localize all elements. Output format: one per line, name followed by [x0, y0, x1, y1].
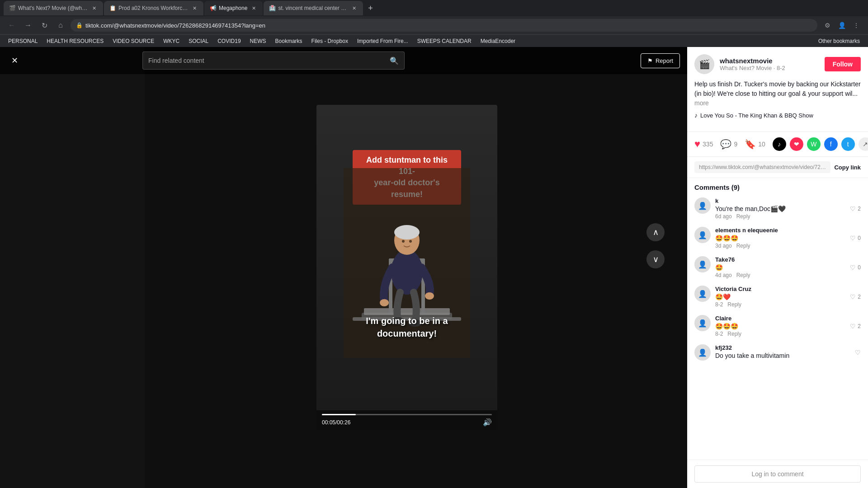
bookmark-other[interactable]: Other bookmarks: [816, 37, 863, 45]
comment-user-k[interactable]: k: [715, 197, 845, 204]
bookmark-wkyc[interactable]: WKYC: [160, 37, 182, 45]
comment-reply-4[interactable]: Reply: [727, 301, 741, 308]
tab-kronos[interactable]: 📋 Prod a02 Kronos Workforce Cer... ✕: [104, 1, 203, 15]
follow-button[interactable]: Follow: [825, 57, 861, 71]
volume-button[interactable]: 🔊: [483, 418, 492, 427]
comment-meta-k: 6d ago Reply: [715, 213, 845, 220]
comment-avatar-4: 👤: [694, 286, 711, 302]
description-more[interactable]: more: [694, 99, 709, 107]
comments-section: Comments (9) 👤 k You're the man,Doc🎬🖤 6d…: [687, 178, 868, 460]
comment-meta-2: 3d ago Reply: [715, 243, 845, 249]
video-link: https://www.tiktok.com/@whatsnextmovie/v…: [694, 161, 830, 173]
comment-body-3: Take76 🤩 4d ago Reply: [715, 256, 845, 278]
comment-time-5: 8-2: [715, 331, 723, 337]
comment-avatar-k: 👤: [694, 197, 711, 214]
like-heart-k: ♡: [850, 205, 856, 212]
comment-time-k: 6d ago: [715, 213, 732, 220]
bookmark-mediaencoder[interactable]: MediaEncoder: [478, 37, 518, 45]
bookmark-dropbox[interactable]: Files - Dropbox: [309, 37, 351, 45]
comment-reply-k[interactable]: Reply: [736, 213, 750, 220]
comment-like-5[interactable]: ♡ 2: [850, 315, 861, 337]
tab-close-2[interactable]: ✕: [191, 5, 198, 12]
bookmark-covid[interactable]: COVID19: [215, 37, 243, 45]
bookmark-personal[interactable]: PERSONAL: [5, 37, 40, 45]
tab-megaphone[interactable]: 📢 Megaphone ✕: [204, 1, 263, 15]
tab-close-3[interactable]: ✕: [250, 5, 257, 12]
comment-time-2: 3d ago: [715, 243, 732, 249]
music-title[interactable]: Love You So - The King Khan & BBQ Show: [700, 112, 813, 119]
home-button[interactable]: ⌂: [54, 19, 67, 32]
forward-button[interactable]: →: [22, 19, 34, 32]
address-bar[interactable]: 🔒 tiktok.com/@whatsnextmovie/video/72628…: [71, 19, 817, 32]
comment-user-4[interactable]: Victoria Cruz: [715, 286, 845, 292]
like-count-4: 2: [858, 294, 861, 300]
progress-bar[interactable]: [322, 414, 492, 415]
refresh-button[interactable]: ↻: [38, 19, 51, 32]
close-button[interactable]: ✕: [7, 53, 22, 68]
bookmark-imported[interactable]: Imported From Fire...: [354, 37, 411, 45]
comment-user-2[interactable]: elements n elequeenie: [715, 227, 845, 234]
svg-point-12: [380, 299, 389, 306]
extensions-button[interactable]: ⚙: [821, 19, 834, 32]
comment-user-6[interactable]: kfj232: [715, 344, 850, 351]
share-facebook[interactable]: f: [824, 137, 838, 151]
tab-whats-next[interactable]: 🎬 What's Next? Movie (@wha... ✕: [4, 1, 103, 15]
comment-user-3[interactable]: Take76: [715, 256, 845, 263]
new-tab-button[interactable]: +: [364, 2, 377, 14]
comment-item: 👤 k You're the man,Doc🎬🖤 6d ago Reply ♡ …: [694, 197, 861, 220]
share-twitter[interactable]: t: [841, 137, 855, 151]
link-row: https://www.tiktok.com/@whatsnextmovie/v…: [687, 157, 868, 178]
comment-reply-5[interactable]: Reply: [727, 331, 741, 337]
overlay-bar: ✕ Find related content 🔍 ⚑ Report: [0, 47, 687, 74]
comment-like-2[interactable]: ♡ 0: [850, 227, 861, 249]
tab-label-1: What's Next? Movie (@wha...: [18, 5, 88, 11]
comment-like-4[interactable]: ♡ 2: [850, 286, 861, 308]
bookmark-news[interactable]: NEWS: [247, 37, 269, 45]
bookmark-video-source[interactable]: VIDEO SOURCE: [110, 37, 157, 45]
video-player[interactable]: Add stuntman to this 101- year-old docto…: [316, 105, 497, 430]
bookmarks-count: 10: [758, 141, 765, 148]
search-icon[interactable]: 🔍: [390, 56, 399, 65]
comment-user-5[interactable]: Claire: [715, 315, 845, 322]
svg-point-9: [394, 225, 420, 239]
bookmark-health[interactable]: HEALTH RESOURCES: [44, 37, 106, 45]
share-more[interactable]: ↗: [859, 137, 868, 151]
comment-like-k[interactable]: ♡ 2: [850, 197, 861, 220]
report-button[interactable]: ⚑ Report: [641, 53, 680, 68]
user-info: 🎬 whatsnextmovie What's Next? Movie · 8-…: [694, 54, 861, 74]
comment-action[interactable]: 💬 9: [720, 139, 737, 150]
user-subtitle: What's Next? Movie · 8-2: [720, 65, 819, 71]
comment-like-6[interactable]: ♡: [855, 344, 861, 361]
share-tiktok[interactable]: ♪: [773, 137, 786, 151]
tab-favicon-2: 📋: [109, 5, 116, 11]
like-heart-6: ♡: [855, 349, 861, 356]
like-heart-2: ♡: [850, 235, 856, 242]
like-count-5: 2: [858, 323, 861, 329]
copy-link-button[interactable]: Copy link: [834, 164, 861, 171]
tab-close-1[interactable]: ✕: [90, 5, 98, 12]
comment-item-5: 👤 Claire 🤩🤩🤩 8-2 Reply ♡ 2: [694, 315, 861, 337]
video-subtitle: I'm going to be in a documentary!: [344, 314, 470, 340]
share-redheart[interactable]: ❤: [790, 137, 803, 151]
menu-button[interactable]: ⋮: [850, 19, 863, 32]
back-button[interactable]: ←: [5, 19, 18, 32]
search-bar[interactable]: Find related content 🔍: [142, 52, 405, 70]
user-avatar: 🎬: [694, 54, 714, 74]
comment-like-3[interactable]: ♡ 0: [850, 256, 861, 278]
bookmark-action[interactable]: 🔖 10: [745, 139, 765, 150]
tab-st-vincent[interactable]: 🏥 st. vincent medical center clevel... ✕: [264, 1, 363, 15]
share-whatsapp[interactable]: W: [807, 137, 821, 151]
tab-close-4[interactable]: ✕: [350, 5, 358, 12]
comment-icon: 💬: [720, 139, 731, 150]
bookmark-social[interactable]: SOCIAL: [186, 37, 211, 45]
profile-button[interactable]: 👤: [835, 19, 848, 32]
bookmark-sweeps[interactable]: SWEEPS CALENDAR: [415, 37, 474, 45]
comment-reply-3[interactable]: Reply: [736, 272, 750, 278]
controls-row: 00:05/00:26 🔊: [322, 418, 492, 427]
comment-reply-2[interactable]: Reply: [736, 243, 750, 249]
username[interactable]: whatsnextmovie: [720, 57, 819, 65]
login-to-comment-button[interactable]: Log in to comment: [694, 465, 861, 483]
bookmark-bookmarks[interactable]: Bookmarks: [273, 37, 305, 45]
nav-icons: ⚙ 👤 ⋮: [821, 19, 863, 32]
like-action[interactable]: ♥ 335: [694, 138, 713, 150]
